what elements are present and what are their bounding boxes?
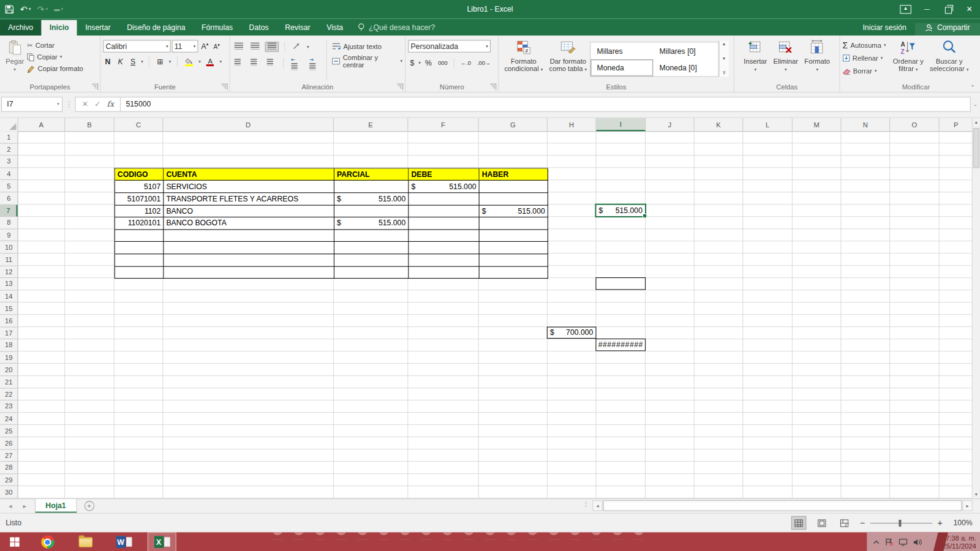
table-cell[interactable] [334, 205, 409, 217]
column-header-G[interactable]: G [479, 118, 548, 131]
table-cell[interactable] [164, 254, 334, 266]
fill-color-button[interactable] [183, 58, 195, 66]
delete-cells-button[interactable]: Eliminar▾ [770, 37, 801, 75]
row-header-15[interactable]: 15 [0, 302, 18, 315]
customize-qat-button[interactable]: ▬▾ [54, 6, 63, 12]
minimize-button[interactable]: ─ [916, 0, 938, 19]
row-header-9[interactable]: 9 [0, 229, 18, 241]
row-header-11[interactable]: 11 [0, 253, 18, 266]
gallery-more-button[interactable]: ⊽ [723, 70, 726, 75]
tab-insertar[interactable]: Insertar [77, 20, 119, 36]
row-header-14[interactable]: 14 [0, 290, 18, 302]
row-header-27[interactable]: 27 [0, 449, 18, 462]
table-cell[interactable] [115, 266, 164, 279]
table-cell[interactable] [480, 254, 548, 266]
table-cell[interactable]: SERVICIOS [164, 181, 334, 193]
row-header-5[interactable]: 5 [0, 180, 18, 192]
merge-center-button[interactable]: Combinar y centrar▾ [332, 56, 402, 66]
name-box[interactable]: I7▾ [1, 97, 62, 111]
style-moneda[interactable]: Moneda [590, 59, 653, 77]
redo-button[interactable]: ↷▾ [37, 4, 48, 14]
table-header-haber[interactable]: HABER [480, 168, 548, 181]
taskbar-word-button[interactable]: W [110, 532, 138, 551]
tab-formulas[interactable]: Fórmulas [194, 20, 241, 36]
formula-input[interactable]: 515000 [121, 97, 971, 111]
cell-H17[interactable]: $700.000 [547, 326, 597, 339]
tray-speaker-icon[interactable] [913, 538, 922, 545]
normal-view-button[interactable] [791, 516, 805, 530]
tab-datos[interactable]: Datos [241, 20, 277, 36]
table-cell[interactable]: TRANSPORTE FLETES Y ACARREOS [164, 193, 334, 205]
horizontal-scroll-thumb[interactable] [603, 500, 962, 511]
taskbar-chrome-button[interactable] [33, 532, 62, 551]
row-header-18[interactable]: 18 [0, 339, 18, 351]
table-cell[interactable]: $515.000 [334, 217, 409, 230]
table-cell[interactable] [115, 242, 164, 254]
scroll-down-arrow[interactable]: ▼ [974, 490, 978, 498]
table-cell[interactable] [334, 181, 409, 193]
conditional-formatting-button[interactable]: ≠ Formatocondicional ▾ [501, 37, 546, 75]
tab-archivo[interactable]: Archivo [0, 20, 41, 36]
page-break-view-button[interactable] [837, 517, 851, 529]
tray-flag-icon[interactable] [885, 538, 893, 546]
table-cell[interactable] [480, 193, 548, 205]
decrease-decimal-button[interactable]: .00→ [475, 60, 492, 66]
table-cell[interactable] [334, 254, 409, 266]
zoom-in-button[interactable]: + [937, 518, 942, 528]
cut-button[interactable]: ✂Cortar [27, 40, 83, 50]
decrease-font-button[interactable]: A▾ [211, 42, 222, 50]
row-header-3[interactable]: 3 [0, 156, 18, 168]
vertical-scrollbar[interactable]: ▲ ▼ [972, 118, 980, 498]
table-cell[interactable] [164, 230, 334, 242]
confirm-entry-icon[interactable]: ✓ [94, 100, 100, 108]
tell-me-box[interactable]: ¿Qué desea hacer? [351, 23, 441, 36]
new-sheet-button[interactable]: + [77, 499, 102, 512]
align-left-button[interactable] [233, 59, 245, 67]
row-header-28[interactable]: 28 [0, 462, 18, 474]
tab-revisar[interactable]: Revisar [277, 20, 318, 36]
accounting-format-button[interactable]: $ [408, 59, 416, 67]
zoom-slider[interactable] [870, 523, 932, 523]
table-cell[interactable]: $515.000 [480, 205, 548, 217]
bold-button[interactable]: N [103, 58, 112, 66]
table-cell[interactable] [409, 205, 479, 217]
table-cell[interactable] [409, 254, 479, 266]
tray-display-icon[interactable] [899, 538, 907, 545]
row-header-26[interactable]: 26 [0, 437, 18, 449]
tab-diseno[interactable]: Diseño de página [119, 20, 194, 36]
table-cell[interactable]: $515.000 [409, 181, 479, 193]
tab-scroll-splitter[interactable]: ⁞ [585, 501, 587, 508]
row-header-1[interactable]: 1 [0, 131, 18, 143]
insert-cells-button[interactable]: Insertar▾ [741, 37, 770, 75]
row-header-22[interactable]: 22 [0, 388, 18, 400]
clipboard-dialog-launcher[interactable] [92, 84, 98, 90]
style-moneda-0[interactable]: Moneda [0] [653, 59, 718, 77]
column-header-A[interactable]: A [18, 118, 66, 131]
row-header-6[interactable]: 6 [0, 192, 18, 204]
table-cell[interactable] [409, 242, 479, 254]
table-cell[interactable]: 51071001 [115, 193, 164, 205]
table-cell[interactable]: 1102 [115, 205, 164, 217]
row-header-8[interactable]: 8 [0, 217, 18, 229]
vertical-scroll-thumb[interactable] [973, 128, 979, 168]
row-header-12[interactable]: 12 [0, 266, 18, 278]
horizontal-scrollbar[interactable]: ◄ ► [592, 500, 972, 511]
cancel-entry-icon[interactable]: ✕ [82, 100, 88, 108]
column-header-D[interactable]: D [163, 118, 334, 131]
sort-filter-button[interactable]: AZ Ordenar yfiltrar ▾ [890, 37, 927, 75]
scroll-left-arrow[interactable]: ◄ [592, 500, 602, 511]
align-middle-button[interactable] [249, 42, 261, 51]
align-bottom-button[interactable] [265, 42, 279, 51]
cell-I18[interactable]: ########## [595, 339, 646, 351]
table-header-codigo[interactable]: CODIGO [115, 168, 164, 181]
underline-button[interactable]: S [129, 58, 137, 66]
column-header-K[interactable]: K [695, 118, 744, 131]
scroll-right-arrow[interactable]: ► [962, 500, 972, 511]
table-cell[interactable] [164, 266, 334, 279]
column-header-J[interactable]: J [646, 118, 695, 131]
column-header-B[interactable]: B [65, 118, 115, 131]
expand-formula-bar-icon[interactable]: ⌄ [971, 102, 980, 107]
style-millares[interactable]: Millares [590, 42, 653, 59]
column-header-N[interactable]: N [841, 118, 890, 131]
row-header-30[interactable]: 30 [0, 486, 18, 498]
